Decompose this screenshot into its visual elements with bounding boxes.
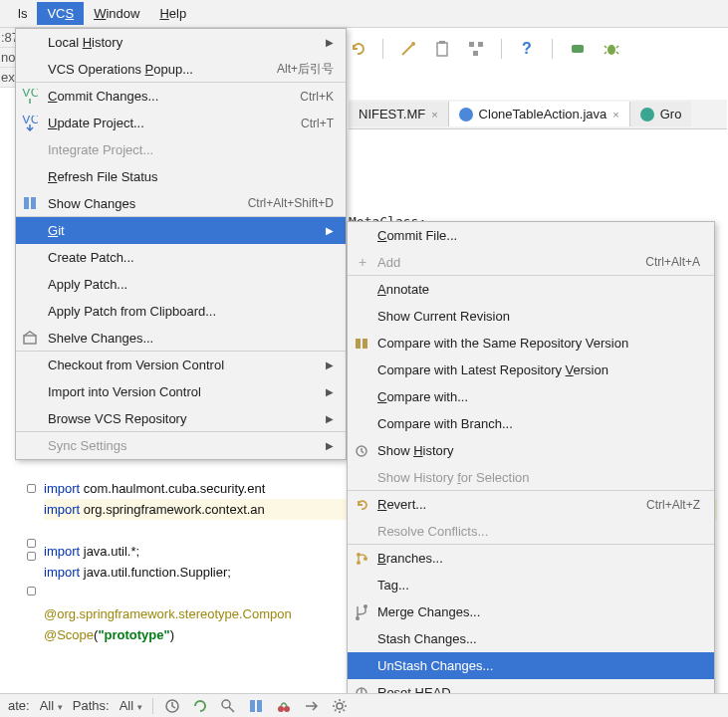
menu-item-checkout[interactable]: Checkout from Version Control▶ [16, 352, 346, 378]
tab-label: CloneTableAction.java [479, 107, 607, 121]
status-bar: ate: All ▾ Paths: All ▾ [0, 693, 728, 717]
svg-rect-2 [439, 41, 445, 44]
menu-item-label: Branches... [377, 551, 443, 566]
debug-icon[interactable] [569, 40, 587, 58]
gear-icon[interactable] [331, 697, 349, 715]
class-icon [640, 108, 654, 121]
shortcut-label: Ctrl+T [301, 117, 334, 130]
submenu-item-annotate[interactable]: Annotate [348, 276, 714, 303]
menu-item-label: Merge Changes... [377, 604, 480, 619]
menu-item-label: Stash Changes... [377, 631, 477, 646]
structure-icon[interactable] [467, 40, 485, 58]
goto-icon[interactable] [303, 697, 321, 715]
menu-item-label: Compare with... [377, 389, 468, 404]
history-icon[interactable] [163, 697, 181, 715]
class-icon [459, 108, 473, 121]
menu-item-apply-patch[interactable]: Apply Patch... [16, 271, 346, 298]
menu-item-label: Compare with Latest Repository Version [377, 362, 608, 377]
svg-rect-25 [257, 700, 262, 712]
vcs-icon: VCS [22, 89, 40, 105]
refresh-icon[interactable] [191, 697, 209, 715]
tab-clone-table-action[interactable]: CloneTableAction.java × [449, 102, 630, 126]
gutter-frag-1: :87 [0, 28, 15, 48]
cherry-icon[interactable] [275, 697, 293, 715]
chevron-right-icon: ▶ [326, 37, 334, 48]
menu-vcs[interactable]: VCS [37, 2, 84, 25]
menu-item-update[interactable]: VCSUpdate Project...Ctrl+T [16, 110, 346, 136]
menu-item-label: Create Patch... [48, 250, 134, 265]
search-icon[interactable] [219, 697, 237, 715]
svg-point-17 [357, 561, 361, 565]
svg-point-27 [284, 706, 290, 712]
tab-label: NIFEST.MF [359, 107, 425, 121]
menu-item-label: UnStash Changes... [377, 658, 493, 673]
tab-manifest[interactable]: NIFEST.MF × [349, 102, 449, 126]
menu-ls[interactable]: ls [8, 2, 37, 25]
chevron-right-icon: ▶ [326, 225, 334, 236]
bug-icon[interactable] [603, 40, 620, 58]
menu-item-refresh[interactable]: Refresh File Status [16, 163, 346, 190]
menu-item-git[interactable]: Git▶ [16, 217, 346, 244]
menu-item-label: Local History [48, 35, 122, 50]
menu-item-label: Import into Version Control [48, 384, 201, 399]
menu-item-label: Compare with Branch... [377, 416, 513, 431]
svg-point-23 [222, 700, 230, 708]
submenu-item-cmp-same[interactable]: Compare with the Same Repository Version [348, 330, 714, 357]
diff-icon[interactable] [247, 697, 265, 715]
submenu-item-show-hist-sel: Show History for Selection [348, 464, 714, 491]
svg-text:VCS: VCS [22, 89, 38, 100]
revert-icon [354, 497, 371, 513]
menu-item-label: Annotate [377, 282, 429, 297]
menu-item-label: Commit Changes... [48, 89, 158, 104]
toolbar: ? [349, 32, 620, 66]
submenu-item-cmp-with[interactable]: Compare with... [348, 383, 714, 410]
submenu-item-show-current[interactable]: Show Current Revision [348, 303, 714, 330]
menu-item-create-patch[interactable]: Create Patch... [16, 244, 346, 271]
help-icon[interactable]: ? [518, 40, 536, 58]
submenu-item-unstash[interactable]: UnStash Changes... [348, 652, 714, 679]
shortcut-label: Ctrl+Alt+Shift+D [248, 196, 334, 210]
svg-point-28 [337, 703, 343, 709]
menu-item-shelve[interactable]: Shelve Changes... [16, 325, 346, 352]
submenu-item-show-hist[interactable]: Show History [348, 437, 714, 464]
vcs-down-icon: VCS [22, 116, 40, 131]
tab-groovy[interactable]: Gro [630, 102, 692, 126]
svg-rect-14 [363, 339, 367, 349]
submenu-item-commit-file[interactable]: Commit File... [348, 222, 714, 249]
editor-tabs: NIFEST.MF × CloneTableAction.java × Gro [349, 100, 727, 129]
close-icon[interactable]: × [612, 109, 618, 120]
compare-icon [354, 336, 371, 352]
submenu-item-stash[interactable]: Stash Changes... [348, 625, 714, 652]
menu-window[interactable]: Window [84, 2, 149, 25]
submenu-item-revert[interactable]: Revert...Ctrl+Alt+Z [348, 491, 714, 518]
status-paths-all[interactable]: All ▾ [120, 698, 142, 713]
menu-item-label: Show History [377, 443, 454, 458]
menu-item-show-changes[interactable]: Show ChangesCtrl+Alt+Shift+D [16, 190, 346, 217]
submenu-item-branches[interactable]: Branches... [348, 545, 714, 572]
clipboard-icon[interactable] [433, 40, 451, 58]
menu-item-import-vc[interactable]: Import into Version Control▶ [16, 378, 346, 405]
menu-item-apply-clip[interactable]: Apply Patch from Clipboard... [16, 298, 346, 325]
chevron-right-icon: ▶ [326, 413, 334, 424]
menu-help[interactable]: Help [149, 2, 196, 25]
submenu-item-merge[interactable]: Merge Changes... [348, 598, 714, 625]
submenu-item-cmp-latest[interactable]: Compare with Latest Repository Version [348, 357, 714, 383]
menu-item-label: Tag... [377, 578, 409, 593]
menu-item-label: Apply Patch from Clipboard... [48, 304, 216, 319]
submenu-item-tag[interactable]: Tag... [348, 572, 714, 598]
menu-item-local-history[interactable]: Local History▶ [16, 29, 346, 56]
submenu-item-cmp-branch[interactable]: Compare with Branch... [348, 410, 714, 437]
menubar: ls VCS Window Help [0, 0, 728, 28]
menu-item-vcs-ops[interactable]: VCS Operations Popup...Alt+后引号 [16, 56, 346, 83]
svg-rect-6 [572, 45, 584, 53]
wand-icon[interactable] [399, 40, 417, 58]
status-filter-all[interactable]: All ▾ [40, 698, 63, 713]
vcs-dropdown-menu: Local History▶VCS Operations Popup...Alt… [15, 28, 347, 460]
close-icon[interactable]: × [431, 109, 437, 120]
undo-icon[interactable] [349, 40, 366, 58]
submenu-item-add: +AddCtrl+Alt+A [348, 249, 714, 276]
menu-item-commit[interactable]: VCSCommit Changes...Ctrl+K [16, 83, 346, 110]
menu-item-browse-repo[interactable]: Browse VCS Repository▶ [16, 405, 346, 432]
menu-item-label: Commit File... [377, 228, 457, 243]
svg-point-19 [356, 616, 360, 620]
